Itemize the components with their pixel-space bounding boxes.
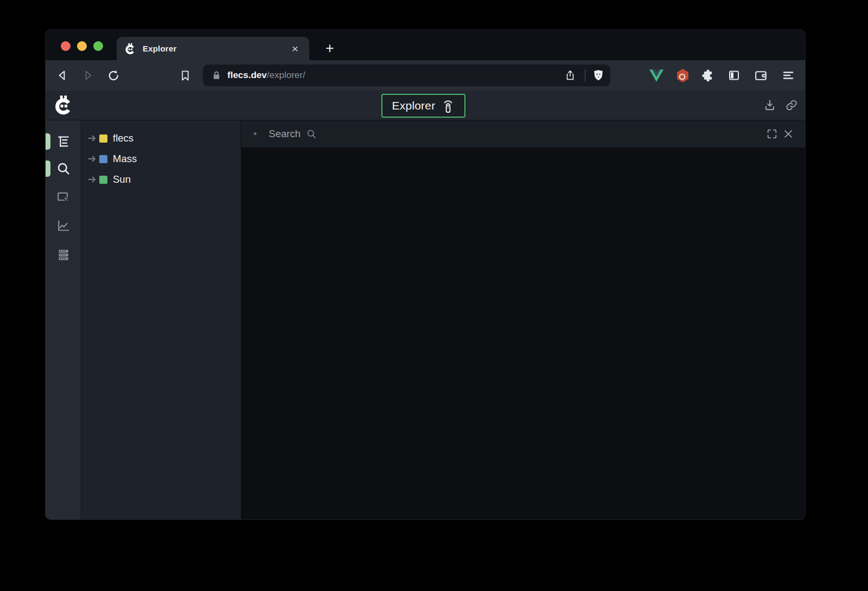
entity-color-swatch — [99, 134, 107, 143]
minimize-window-button[interactable] — [77, 41, 87, 51]
app-title: Explorer — [392, 99, 436, 112]
vue-devtools-extension-icon[interactable] — [647, 66, 666, 85]
expand-arrow-icon[interactable] — [88, 176, 97, 183]
fullscreen-button[interactable] — [764, 126, 780, 142]
back-button[interactable] — [53, 66, 72, 85]
remote-signal-icon — [442, 99, 455, 113]
search-panel-header: • Search — [241, 120, 805, 147]
wallet-icon[interactable] — [751, 66, 770, 85]
tree-row-sun[interactable]: Sun — [81, 169, 241, 190]
url-path: /explorer/ — [267, 70, 305, 80]
active-indicator-tree — [46, 133, 50, 150]
active-indicator-search — [46, 160, 50, 177]
browser-titlebar: Explorer × + — [46, 30, 805, 60]
browser-window: Explorer × + fl — [46, 30, 805, 519]
bookmark-button[interactable] — [176, 66, 194, 85]
entity-color-swatch — [99, 176, 107, 184]
flecs-favicon-icon — [124, 43, 136, 55]
search-panel: • Search — [241, 120, 805, 519]
search-tool-icon[interactable] — [56, 161, 71, 176]
hex-extension-icon[interactable] — [673, 66, 692, 85]
brave-shield-icon[interactable] — [592, 69, 605, 82]
download-button[interactable] — [763, 98, 777, 112]
tables-icon[interactable] — [56, 247, 71, 262]
forward-button[interactable] — [79, 66, 97, 85]
tree-item-label: Sun — [113, 174, 131, 185]
tree-row-flecs[interactable]: flecs — [81, 128, 241, 149]
flecs-logo-icon[interactable] — [53, 95, 74, 115]
zoom-window-button[interactable] — [93, 41, 103, 51]
url-bar[interactable]: flecs.dev/explorer/ — [203, 65, 610, 86]
statistics-icon[interactable] — [56, 218, 71, 233]
search-panel-title[interactable]: Search — [269, 128, 301, 140]
tree-item-label: Mass — [113, 153, 137, 165]
app-title-button[interactable]: Explorer — [381, 94, 465, 118]
tree-row-mass[interactable]: Mass — [81, 149, 241, 169]
close-window-button[interactable] — [61, 41, 71, 51]
tool-sidebar — [46, 120, 81, 519]
expand-arrow-icon[interactable] — [88, 155, 97, 163]
url-domain: flecs.dev — [227, 70, 267, 80]
menu-icon[interactable] — [779, 66, 797, 85]
browser-toolbar: flecs.dev/explorer/ — [46, 60, 805, 91]
close-panel-button[interactable] — [780, 126, 796, 142]
extensions-puzzle-icon[interactable] — [699, 66, 717, 85]
sidebar-toggle-icon[interactable] — [725, 66, 743, 85]
browser-tab-explorer[interactable]: Explorer × — [117, 37, 309, 60]
search-results-area[interactable] — [241, 147, 805, 519]
url-text: flecs.dev/explorer/ — [227, 70, 562, 81]
entity-tree-panel: flecs Mass Sun — [81, 120, 241, 519]
link-button[interactable] — [784, 98, 799, 112]
inspect-icon[interactable] — [56, 190, 71, 205]
tree-item-label: flecs — [113, 132, 133, 144]
app-content: flecs Mass Sun — [46, 120, 805, 519]
share-button[interactable] — [562, 69, 578, 81]
entity-color-swatch — [99, 155, 107, 163]
reload-button[interactable] — [104, 66, 123, 85]
new-tab-button[interactable]: + — [318, 37, 342, 60]
panel-bullet-icon: • — [253, 129, 257, 140]
lock-icon — [212, 70, 221, 80]
url-bar-divider — [585, 69, 585, 82]
tab-close-icon[interactable]: × — [289, 43, 302, 54]
expand-arrow-icon[interactable] — [88, 134, 97, 142]
tab-title: Explorer — [143, 44, 289, 53]
macos-traffic-lights — [61, 41, 103, 51]
search-magnifier-icon — [306, 129, 317, 140]
entity-tree-icon[interactable] — [56, 134, 71, 149]
app-header: Explorer — [46, 91, 805, 120]
